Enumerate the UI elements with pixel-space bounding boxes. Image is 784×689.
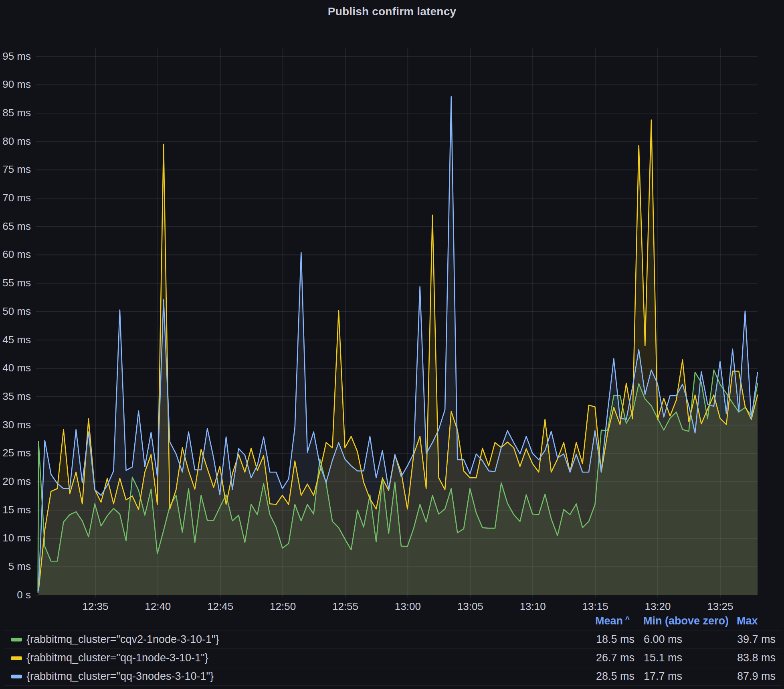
svg-text:60 ms: 60 ms: [2, 248, 31, 260]
svg-text:13:00: 13:00: [395, 600, 421, 612]
svg-text:12:35: 12:35: [82, 600, 108, 612]
svg-text:95 ms: 95 ms: [2, 50, 31, 62]
svg-text:55 ms: 55 ms: [2, 277, 31, 289]
svg-text:25 ms: 25 ms: [2, 447, 31, 459]
svg-text:90 ms: 90 ms: [2, 78, 31, 90]
svg-text:12:45: 12:45: [207, 600, 233, 612]
svg-text:12:55: 12:55: [332, 600, 358, 612]
svg-text:0 s: 0 s: [17, 589, 31, 601]
svg-text:10 ms: 10 ms: [2, 532, 31, 544]
svg-text:13:05: 13:05: [457, 600, 483, 612]
svg-text:80 ms: 80 ms: [2, 135, 31, 147]
svg-text:20 ms: 20 ms: [2, 475, 31, 487]
svg-text:65 ms: 65 ms: [2, 220, 31, 232]
svg-text:45 ms: 45 ms: [2, 334, 31, 346]
svg-text:75 ms: 75 ms: [2, 163, 31, 175]
svg-text:12:50: 12:50: [270, 600, 296, 612]
svg-text:50 ms: 50 ms: [2, 305, 31, 317]
svg-text:40 ms: 40 ms: [2, 362, 31, 374]
svg-text:13:20: 13:20: [645, 600, 671, 612]
svg-text:13:25: 13:25: [707, 600, 733, 612]
svg-text:12:40: 12:40: [145, 600, 171, 612]
svg-text:35 ms: 35 ms: [2, 390, 31, 402]
svg-text:15 ms: 15 ms: [2, 504, 31, 516]
svg-text:5 ms: 5 ms: [8, 560, 31, 572]
svg-text:13:10: 13:10: [520, 600, 546, 612]
svg-text:13:15: 13:15: [582, 600, 608, 612]
svg-text:70 ms: 70 ms: [2, 192, 31, 204]
svg-text:85 ms: 85 ms: [2, 107, 31, 119]
svg-text:30 ms: 30 ms: [2, 419, 31, 431]
